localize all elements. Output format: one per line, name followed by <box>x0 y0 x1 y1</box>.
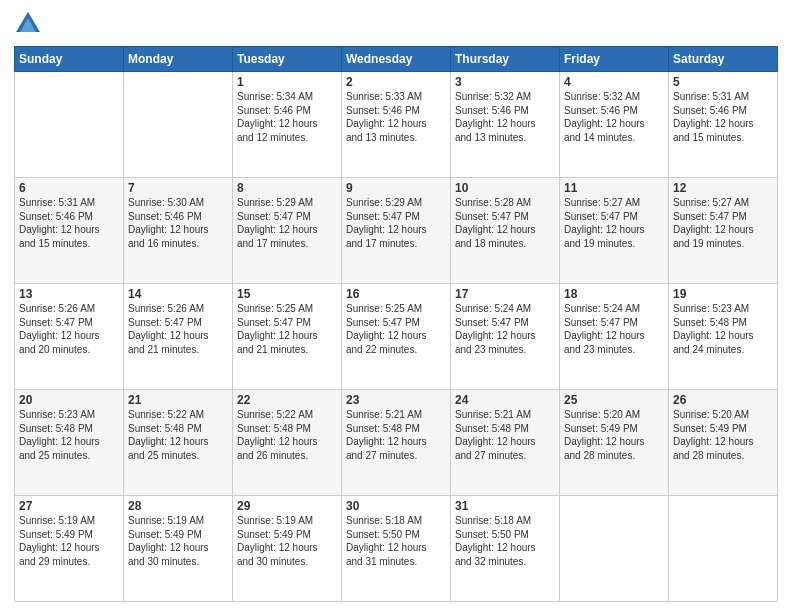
calendar-cell: 31Sunrise: 5:18 AMSunset: 5:50 PMDayligh… <box>451 496 560 602</box>
calendar-cell: 29Sunrise: 5:19 AMSunset: 5:49 PMDayligh… <box>233 496 342 602</box>
week-row-1: 1Sunrise: 5:34 AMSunset: 5:46 PMDaylight… <box>15 72 778 178</box>
day-number: 9 <box>346 181 446 195</box>
day-number: 25 <box>564 393 664 407</box>
header-row: SundayMondayTuesdayWednesdayThursdayFrid… <box>15 47 778 72</box>
calendar-cell: 13Sunrise: 5:26 AMSunset: 5:47 PMDayligh… <box>15 284 124 390</box>
day-number: 10 <box>455 181 555 195</box>
day-number: 4 <box>564 75 664 89</box>
logo-icon <box>14 10 42 38</box>
week-row-3: 13Sunrise: 5:26 AMSunset: 5:47 PMDayligh… <box>15 284 778 390</box>
calendar-cell: 16Sunrise: 5:25 AMSunset: 5:47 PMDayligh… <box>342 284 451 390</box>
logo <box>14 10 46 38</box>
day-number: 11 <box>564 181 664 195</box>
day-number: 16 <box>346 287 446 301</box>
calendar-cell <box>15 72 124 178</box>
day-info: Sunrise: 5:29 AMSunset: 5:47 PMDaylight:… <box>346 196 446 250</box>
col-header-sunday: Sunday <box>15 47 124 72</box>
day-info: Sunrise: 5:31 AMSunset: 5:46 PMDaylight:… <box>19 196 119 250</box>
day-info: Sunrise: 5:19 AMSunset: 5:49 PMDaylight:… <box>237 514 337 568</box>
day-number: 7 <box>128 181 228 195</box>
week-row-4: 20Sunrise: 5:23 AMSunset: 5:48 PMDayligh… <box>15 390 778 496</box>
calendar-cell: 9Sunrise: 5:29 AMSunset: 5:47 PMDaylight… <box>342 178 451 284</box>
day-info: Sunrise: 5:31 AMSunset: 5:46 PMDaylight:… <box>673 90 773 144</box>
day-info: Sunrise: 5:20 AMSunset: 5:49 PMDaylight:… <box>564 408 664 462</box>
header <box>14 10 778 38</box>
day-info: Sunrise: 5:27 AMSunset: 5:47 PMDaylight:… <box>564 196 664 250</box>
day-info: Sunrise: 5:23 AMSunset: 5:48 PMDaylight:… <box>673 302 773 356</box>
calendar-cell: 5Sunrise: 5:31 AMSunset: 5:46 PMDaylight… <box>669 72 778 178</box>
calendar-cell: 19Sunrise: 5:23 AMSunset: 5:48 PMDayligh… <box>669 284 778 390</box>
day-number: 31 <box>455 499 555 513</box>
day-info: Sunrise: 5:25 AMSunset: 5:47 PMDaylight:… <box>237 302 337 356</box>
day-number: 13 <box>19 287 119 301</box>
day-info: Sunrise: 5:23 AMSunset: 5:48 PMDaylight:… <box>19 408 119 462</box>
day-info: Sunrise: 5:26 AMSunset: 5:47 PMDaylight:… <box>19 302 119 356</box>
day-number: 23 <box>346 393 446 407</box>
calendar-header: SundayMondayTuesdayWednesdayThursdayFrid… <box>15 47 778 72</box>
day-number: 5 <box>673 75 773 89</box>
calendar-cell: 15Sunrise: 5:25 AMSunset: 5:47 PMDayligh… <box>233 284 342 390</box>
calendar-cell: 30Sunrise: 5:18 AMSunset: 5:50 PMDayligh… <box>342 496 451 602</box>
day-info: Sunrise: 5:25 AMSunset: 5:47 PMDaylight:… <box>346 302 446 356</box>
day-number: 1 <box>237 75 337 89</box>
day-number: 3 <box>455 75 555 89</box>
calendar-cell: 11Sunrise: 5:27 AMSunset: 5:47 PMDayligh… <box>560 178 669 284</box>
day-info: Sunrise: 5:24 AMSunset: 5:47 PMDaylight:… <box>455 302 555 356</box>
calendar-cell: 14Sunrise: 5:26 AMSunset: 5:47 PMDayligh… <box>124 284 233 390</box>
calendar: SundayMondayTuesdayWednesdayThursdayFrid… <box>14 46 778 602</box>
calendar-cell: 1Sunrise: 5:34 AMSunset: 5:46 PMDaylight… <box>233 72 342 178</box>
day-info: Sunrise: 5:27 AMSunset: 5:47 PMDaylight:… <box>673 196 773 250</box>
day-info: Sunrise: 5:21 AMSunset: 5:48 PMDaylight:… <box>346 408 446 462</box>
col-header-friday: Friday <box>560 47 669 72</box>
day-info: Sunrise: 5:26 AMSunset: 5:47 PMDaylight:… <box>128 302 228 356</box>
calendar-cell: 7Sunrise: 5:30 AMSunset: 5:46 PMDaylight… <box>124 178 233 284</box>
day-info: Sunrise: 5:32 AMSunset: 5:46 PMDaylight:… <box>564 90 664 144</box>
calendar-cell: 6Sunrise: 5:31 AMSunset: 5:46 PMDaylight… <box>15 178 124 284</box>
calendar-cell <box>560 496 669 602</box>
calendar-cell: 12Sunrise: 5:27 AMSunset: 5:47 PMDayligh… <box>669 178 778 284</box>
col-header-thursday: Thursday <box>451 47 560 72</box>
calendar-cell: 27Sunrise: 5:19 AMSunset: 5:49 PMDayligh… <box>15 496 124 602</box>
day-info: Sunrise: 5:28 AMSunset: 5:47 PMDaylight:… <box>455 196 555 250</box>
day-info: Sunrise: 5:32 AMSunset: 5:46 PMDaylight:… <box>455 90 555 144</box>
calendar-cell: 3Sunrise: 5:32 AMSunset: 5:46 PMDaylight… <box>451 72 560 178</box>
day-number: 6 <box>19 181 119 195</box>
calendar-cell: 23Sunrise: 5:21 AMSunset: 5:48 PMDayligh… <box>342 390 451 496</box>
day-number: 20 <box>19 393 119 407</box>
day-number: 28 <box>128 499 228 513</box>
day-info: Sunrise: 5:19 AMSunset: 5:49 PMDaylight:… <box>128 514 228 568</box>
day-number: 15 <box>237 287 337 301</box>
day-info: Sunrise: 5:18 AMSunset: 5:50 PMDaylight:… <box>455 514 555 568</box>
day-info: Sunrise: 5:29 AMSunset: 5:47 PMDaylight:… <box>237 196 337 250</box>
day-info: Sunrise: 5:22 AMSunset: 5:48 PMDaylight:… <box>128 408 228 462</box>
day-number: 2 <box>346 75 446 89</box>
col-header-monday: Monday <box>124 47 233 72</box>
day-number: 14 <box>128 287 228 301</box>
day-number: 22 <box>237 393 337 407</box>
day-number: 21 <box>128 393 228 407</box>
calendar-cell: 21Sunrise: 5:22 AMSunset: 5:48 PMDayligh… <box>124 390 233 496</box>
day-info: Sunrise: 5:18 AMSunset: 5:50 PMDaylight:… <box>346 514 446 568</box>
calendar-cell: 10Sunrise: 5:28 AMSunset: 5:47 PMDayligh… <box>451 178 560 284</box>
calendar-cell: 4Sunrise: 5:32 AMSunset: 5:46 PMDaylight… <box>560 72 669 178</box>
day-number: 19 <box>673 287 773 301</box>
day-info: Sunrise: 5:19 AMSunset: 5:49 PMDaylight:… <box>19 514 119 568</box>
calendar-cell: 17Sunrise: 5:24 AMSunset: 5:47 PMDayligh… <box>451 284 560 390</box>
day-number: 12 <box>673 181 773 195</box>
calendar-cell: 26Sunrise: 5:20 AMSunset: 5:49 PMDayligh… <box>669 390 778 496</box>
day-number: 24 <box>455 393 555 407</box>
day-info: Sunrise: 5:34 AMSunset: 5:46 PMDaylight:… <box>237 90 337 144</box>
col-header-wednesday: Wednesday <box>342 47 451 72</box>
week-row-2: 6Sunrise: 5:31 AMSunset: 5:46 PMDaylight… <box>15 178 778 284</box>
day-info: Sunrise: 5:20 AMSunset: 5:49 PMDaylight:… <box>673 408 773 462</box>
calendar-cell: 18Sunrise: 5:24 AMSunset: 5:47 PMDayligh… <box>560 284 669 390</box>
col-header-tuesday: Tuesday <box>233 47 342 72</box>
calendar-cell: 20Sunrise: 5:23 AMSunset: 5:48 PMDayligh… <box>15 390 124 496</box>
calendar-cell: 2Sunrise: 5:33 AMSunset: 5:46 PMDaylight… <box>342 72 451 178</box>
calendar-cell: 24Sunrise: 5:21 AMSunset: 5:48 PMDayligh… <box>451 390 560 496</box>
day-number: 18 <box>564 287 664 301</box>
col-header-saturday: Saturday <box>669 47 778 72</box>
day-info: Sunrise: 5:24 AMSunset: 5:47 PMDaylight:… <box>564 302 664 356</box>
day-info: Sunrise: 5:22 AMSunset: 5:48 PMDaylight:… <box>237 408 337 462</box>
day-info: Sunrise: 5:30 AMSunset: 5:46 PMDaylight:… <box>128 196 228 250</box>
